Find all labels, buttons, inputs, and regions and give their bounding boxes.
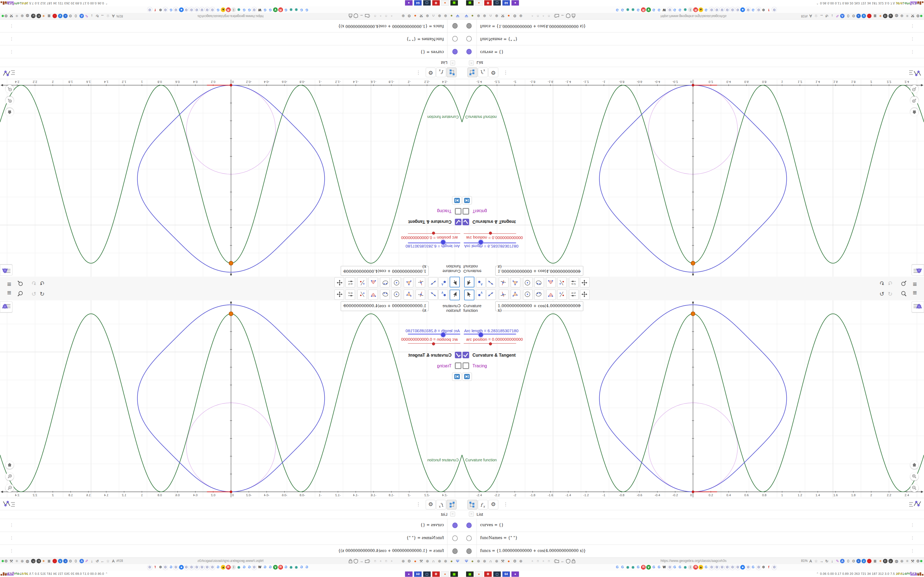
arc-position-slider-knob[interactable] [489, 232, 492, 235]
tiny-icon[interactable]: □ [372, 558, 378, 564]
pencil-icon[interactable]: ✎ [835, 13, 840, 19]
hamburger-menu-icon[interactable]: ≡ [913, 289, 917, 296]
curvature-function-input[interactable]: 1.000000000000 + cos(4.000000000000 x) ▼ [341, 301, 429, 311]
tool-move-graphics[interactable] [334, 277, 344, 287]
browser-tab-favicon[interactable]: ✿ [184, 565, 189, 570]
graphics-view[interactable]: -2.4-2.2-2-1.8-1.6-1.4-1.2-1-0.8-0.6-0.4… [0, 300, 462, 497]
hamburger-menu-icon[interactable]: ≡ [7, 281, 11, 288]
browser-tab-favicon[interactable]: ✿ [252, 7, 257, 12]
collapse-group-button[interactable]: − [450, 60, 455, 65]
trash-icon[interactable]: ≣ [46, 558, 52, 564]
oval-icon[interactable]: 0 [846, 13, 851, 19]
browser-tab-favicon[interactable]: G [268, 565, 273, 570]
tracing-checkbox[interactable] [462, 363, 469, 369]
tool-perpendicular-line[interactable] [415, 277, 425, 287]
translate-blue-icon[interactable]: A [840, 14, 845, 18]
browser-tab-favicon[interactable]: ✿ [725, 565, 730, 570]
browser-tab-favicon[interactable]: ∨ [646, 565, 651, 570]
shield-down-icon[interactable]: ∨ [58, 559, 62, 563]
browser-tab-favicon[interactable]: ✿ [173, 7, 178, 12]
browser-tab-favicon[interactable]: ✿ [735, 7, 740, 12]
algebra-settings-button[interactable]: ⚙ [488, 500, 498, 509]
firefox-app-icon[interactable]: ● [441, 571, 449, 577]
gear-icon[interactable]: ⚙ [68, 558, 73, 564]
globe-icon[interactable]: ⊕ [476, 13, 481, 19]
chevron-down-icon[interactable]: ▼ [578, 269, 582, 273]
row-kebab-icon[interactable]: ⋮ [910, 522, 915, 527]
tiny-icon[interactable]: ○ [378, 558, 383, 564]
gear-icon[interactable]: ⚙ [3, 558, 9, 564]
tool-perpendicular-line[interactable] [415, 290, 425, 300]
browser-tab-favicon[interactable]: ⚙ [158, 7, 163, 12]
algebra-settings-button[interactable]: ⚙ [426, 500, 436, 509]
tool-slider[interactable]: a=2 [569, 277, 578, 287]
undo-button[interactable]: ↺ [879, 291, 884, 297]
globe-icon[interactable]: ⊕ [425, 558, 430, 564]
pencil-icon[interactable]: ✎ [84, 13, 89, 19]
algebra-row[interactable]: funcs = {1.000000000000 + cos(4.00000000… [0, 545, 462, 558]
browser-tab-favicon[interactable]: G [216, 7, 220, 12]
shield-icon[interactable]: ∪ [888, 14, 893, 18]
tool-perpendicular-line[interactable] [499, 290, 509, 300]
browser-tab-favicon[interactable]: ✿ [163, 7, 168, 12]
settings-app-icon[interactable]: ⚙ [484, 0, 492, 6]
tiny-icon[interactable]: □ [372, 13, 378, 19]
globe-icon[interactable]: ⊕ [494, 13, 499, 19]
tiny-icon[interactable]: □ [546, 13, 552, 19]
gear-icon[interactable]: ⚙ [3, 13, 9, 19]
gear-icon[interactable]: ⚙ [851, 558, 856, 564]
zoom-in-button[interactable] [910, 97, 919, 105]
tool-line[interactable] [428, 277, 438, 287]
translate-icon[interactable]: A [808, 558, 813, 564]
oval-icon[interactable]: 0 [846, 558, 851, 564]
tool-point[interactable]: A [438, 290, 448, 300]
tool-slider[interactable]: a=2 [346, 290, 355, 300]
tool-polygon[interactable] [510, 277, 520, 287]
visibility-marble[interactable] [452, 49, 457, 55]
hand-icon[interactable]: ✳ [14, 13, 19, 19]
trash-icon[interactable]: ≣ [46, 13, 52, 19]
browser-tab-favicon[interactable]: ▲ [221, 7, 226, 12]
browser-tab-favicon[interactable]: ✿ [194, 7, 199, 12]
globe-icon[interactable]: ⊕ [19, 558, 25, 564]
zoom-in-button[interactable] [910, 472, 919, 480]
browser-tab-favicon[interactable]: ∨ [646, 7, 651, 12]
browser-tab-favicon[interactable]: G [299, 565, 304, 570]
download-icon[interactable]: ↓ [829, 558, 835, 564]
tool-slider[interactable]: a=2 [346, 277, 355, 287]
tool-point[interactable]: A [476, 290, 486, 300]
browser-tab-favicon[interactable]: i [688, 565, 693, 570]
more-options-kebab-icon[interactable]: ⋮ [416, 501, 421, 507]
dark-globe-icon[interactable]: ◍ [25, 13, 30, 19]
lock-icon[interactable] [347, 559, 352, 564]
browser-tab-favicon[interactable]: W [257, 7, 262, 12]
floppy-app-icon[interactable]: 64 [502, 571, 510, 577]
tool-circle-center-point[interactable] [523, 277, 533, 287]
tiny-icon[interactable]: □ [383, 13, 389, 19]
tool-polygon[interactable] [404, 277, 414, 287]
tool-ellipse[interactable] [534, 290, 544, 300]
reload-icon[interactable]: ↻ [95, 558, 100, 564]
tool-ellipse[interactable] [380, 277, 390, 287]
browser-tab-favicon[interactable]: ◉ [625, 565, 630, 570]
tool-move-graphics[interactable] [580, 277, 590, 287]
algebra-panel-icon[interactable] [909, 68, 921, 77]
browser-tab-favicon[interactable]: Я [226, 7, 231, 12]
collapse-group-button[interactable]: − [469, 512, 474, 517]
visibility-marble[interactable] [467, 23, 472, 29]
browser-tab-favicon[interactable]: f [153, 7, 158, 12]
home-button[interactable] [5, 461, 14, 469]
download-icon[interactable]: ↓ [829, 13, 835, 19]
tool-angle[interactable] [368, 290, 378, 300]
browser-tab-favicon[interactable]: ✿ [709, 7, 714, 12]
forward-icon[interactable]: → [100, 558, 105, 564]
terminal-app-icon[interactable]: ▣ [450, 571, 458, 577]
plus-icon[interactable]: + [63, 559, 68, 563]
algebra-row[interactable]: funcs = {1.000000000000 + cos(4.00000000… [0, 19, 462, 32]
plus-icon[interactable]: + [856, 14, 861, 18]
oval-icon[interactable]: 0 [73, 13, 79, 19]
shield-icon[interactable]: ∪ [888, 559, 893, 563]
browser-tab-favicon[interactable]: ∨ [273, 7, 278, 12]
shield-icon[interactable]: ∪ [31, 559, 36, 563]
globe-icon[interactable]: ⊕ [482, 13, 487, 19]
